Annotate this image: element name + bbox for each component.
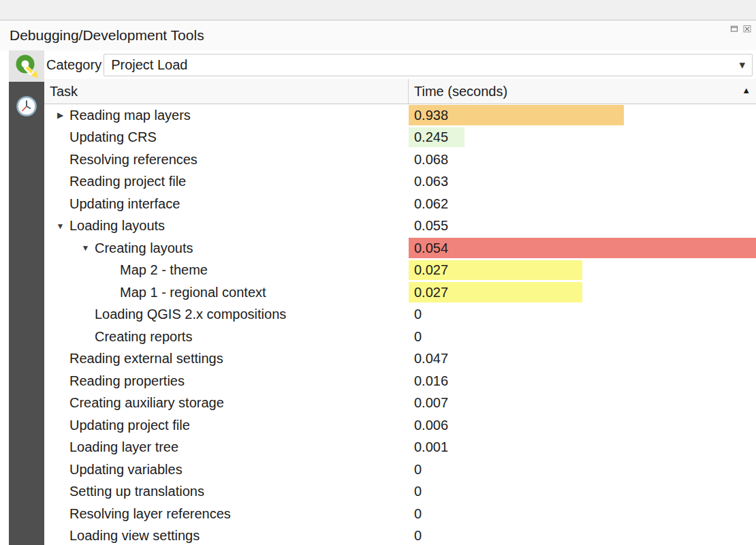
time-value: 0 [409, 462, 422, 478]
table-row[interactable]: Resolving references 0.068 [44, 149, 756, 171]
category-selected-value: Project Load [111, 57, 187, 73]
task-cell: Reading external settings [44, 348, 409, 371]
table-row[interactable]: Map 1 - regional context 0.027 [44, 281, 756, 304]
time-value: 0.245 [409, 129, 448, 145]
task-label: Map 1 - regional context [120, 285, 266, 300]
task-list: ▶ Reading map layers 0.938 Updating CRS … [44, 104, 756, 545]
time-cell: 0.245 [409, 127, 756, 149]
time-value: 0 [409, 484, 422, 499]
table-row[interactable]: Reading external settings 0.047 [44, 348, 756, 371]
task-cell: ▼ Loading layouts [44, 215, 409, 238]
time-value: 0 [409, 506, 422, 522]
panel-titlebar-buttons [730, 25, 751, 33]
table-header: Task Time (seconds) ▲ [44, 79, 756, 104]
table-row[interactable]: Resolving layer references 0 [44, 503, 756, 525]
task-cell: Map 1 - regional context [44, 281, 409, 304]
tab-profiler[interactable] [13, 93, 40, 120]
expander-icon[interactable]: ▼ [51, 221, 69, 231]
time-cell: 0.007 [409, 392, 756, 415]
time-cell: 0 [409, 304, 756, 326]
table-row[interactable]: Reading properties 0.016 [44, 370, 756, 392]
panel-title: Debugging/Development Tools [10, 27, 204, 44]
time-cell: 0.938 [409, 104, 756, 127]
time-value: 0.027 [409, 262, 448, 278]
time-value: 0 [409, 329, 422, 345]
table-row[interactable]: Updating CRS 0.245 [44, 127, 756, 149]
task-label: Reading properties [69, 373, 185, 389]
table-row[interactable]: Creating reports 0 [44, 326, 756, 348]
time-value: 0.068 [409, 152, 448, 168]
task-label: Creating reports [95, 329, 192, 345]
table-row[interactable]: Updating variables 0 [44, 458, 756, 481]
table-row[interactable]: Loading layer tree 0.001 [44, 437, 756, 459]
table-row[interactable]: Updating interface 0.062 [44, 193, 756, 215]
time-cell: 0.027 [409, 260, 756, 282]
table-row[interactable]: Reading project file 0.063 [44, 171, 756, 193]
category-dropdown[interactable]: Project Load ▾ [104, 54, 753, 76]
time-cell: 0 [409, 326, 756, 348]
task-cell: Reading properties [44, 370, 409, 392]
time-cell: 0.063 [409, 171, 756, 193]
task-cell: Updating CRS [44, 127, 409, 149]
task-cell: Map 2 - theme [44, 260, 409, 282]
time-value: 0.027 [409, 285, 448, 300]
time-cell: 0.006 [409, 414, 756, 437]
expander-icon[interactable]: ▶ [51, 110, 69, 120]
qgis-logo [9, 50, 44, 82]
time-value: 0.938 [409, 108, 448, 123]
task-cell: Resolving layer references [44, 503, 409, 525]
time-cell: 0 [409, 481, 756, 503]
time-value: 0 [409, 307, 422, 322]
time-cell: 0 [409, 458, 756, 481]
column-header-task[interactable]: Task [44, 79, 409, 104]
time-bar [409, 238, 756, 258]
application-background-strip [0, 0, 756, 20]
time-cell: 0.047 [409, 348, 756, 371]
panel-titlebar: Debugging/Development Tools [0, 20, 756, 50]
table-row[interactable]: Setting up translations 0 [44, 481, 756, 503]
sort-ascending-icon[interactable]: ▲ [742, 85, 751, 95]
task-label: Reading external settings [69, 351, 223, 367]
time-cell: 0.055 [409, 215, 756, 238]
column-header-time[interactable]: Time (seconds) ▲ [409, 79, 756, 104]
time-cell: 0.054 [409, 237, 756, 260]
qgis-logo-icon [14, 53, 40, 79]
task-label: Reading project file [69, 174, 186, 189]
table-row[interactable]: ▼ Loading layouts 0.055 [44, 215, 756, 238]
task-cell: Updating interface [44, 193, 409, 215]
task-label: Loading layouts [69, 218, 165, 234]
task-cell: ▼ Creating layouts [44, 237, 409, 260]
table-row[interactable]: Creating auxiliary storage 0.007 [44, 392, 756, 415]
close-icon[interactable] [743, 25, 751, 33]
table-row[interactable]: ▼ Creating layouts 0.054 [44, 237, 756, 260]
category-label: Category [46, 57, 101, 73]
time-value: 0.054 [409, 240, 448, 256]
profiler-content: Category Project Load ▾ Task Time (secon… [44, 50, 756, 545]
float-icon[interactable] [730, 25, 738, 33]
table-row[interactable]: ▶ Reading map layers 0.938 [44, 104, 756, 127]
task-label: Resolving layer references [69, 506, 231, 522]
time-cell: 0.068 [409, 149, 756, 171]
time-value: 0.016 [409, 373, 448, 389]
time-cell: 0.027 [409, 281, 756, 304]
task-cell: Loading QGIS 2.x compositions [44, 304, 409, 326]
task-cell: Updating project file [44, 414, 409, 437]
task-cell: Creating reports [44, 326, 409, 348]
time-cell: 0.001 [409, 437, 756, 459]
expander-icon[interactable]: ▼ [76, 243, 95, 253]
time-value: 0 [409, 528, 422, 544]
task-label: Setting up translations [69, 484, 204, 499]
time-value: 0.055 [409, 218, 448, 234]
table-row[interactable]: Map 2 - theme 0.027 [44, 260, 756, 282]
clock-icon [15, 95, 38, 118]
task-cell: Updating variables [44, 458, 409, 481]
panel-body: Category Project Load ▾ Task Time (secon… [0, 50, 756, 545]
table-row[interactable]: Loading view settings 0 [44, 525, 756, 545]
task-cell: Loading layer tree [44, 437, 409, 459]
time-value: 0.063 [409, 174, 448, 189]
time-cell: 0.016 [409, 370, 756, 392]
table-row[interactable]: Updating project file 0.006 [44, 414, 756, 437]
left-gutter [0, 50, 9, 545]
table-row[interactable]: Loading QGIS 2.x compositions 0 [44, 304, 756, 326]
task-label: Updating variables [69, 462, 183, 478]
